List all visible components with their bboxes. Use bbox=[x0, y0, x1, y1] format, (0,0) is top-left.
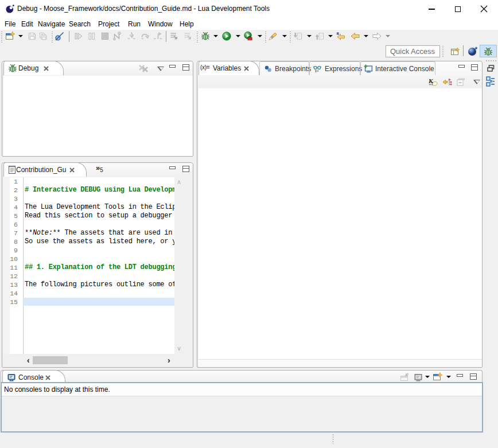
svg-text:x=: x= bbox=[315, 69, 319, 73]
